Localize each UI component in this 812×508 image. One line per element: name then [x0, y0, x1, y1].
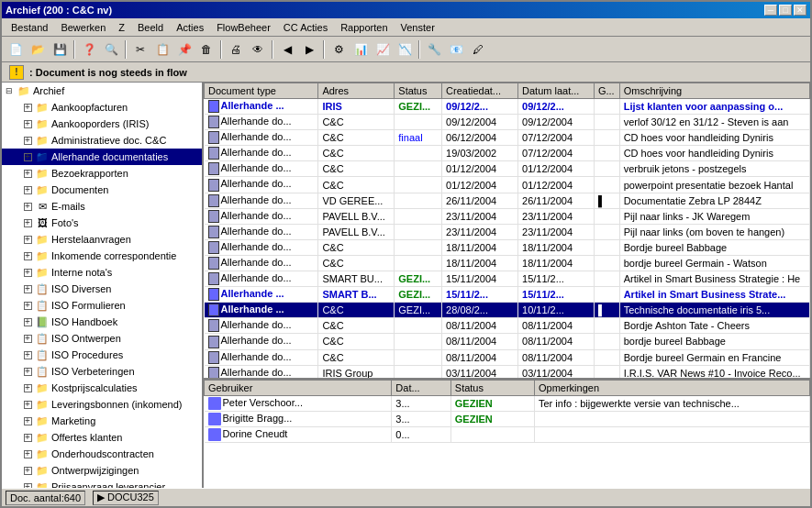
- tree-expand[interactable]: +: [20, 166, 35, 181]
- tree-item[interactable]: +✉E-mails: [2, 198, 202, 215]
- tree-item[interactable]: +📁Interne nota's: [2, 264, 202, 281]
- toolbar-btn-extra5[interactable]: 🔧: [424, 39, 444, 60]
- table-row[interactable]: Allerhande do...C&C08/11/200408/11/2004B…: [205, 349, 810, 365]
- tree-expand[interactable]: +: [20, 331, 35, 346]
- bottom-table-row[interactable]: Brigitte Bragg...3...GEZIEN: [205, 412, 810, 427]
- tree-item[interactable]: +📁Kostprijscalculaties: [2, 380, 202, 396]
- bottom-table-row[interactable]: Dorine Cneudt0...: [205, 427, 810, 443]
- menu-item-rapporten[interactable]: Rapporten: [335, 21, 393, 34]
- tree-expand[interactable]: +: [20, 315, 35, 329]
- menu-item-flowbeheer[interactable]: FlowBeheer: [211, 21, 276, 34]
- tree-item[interactable]: +📁Inkomende correspondentie: [2, 248, 202, 264]
- table-row[interactable]: Allerhande ...IRISGEZI...09/12/2...09/12…: [205, 99, 810, 115]
- tree-item[interactable]: +📁Bezoekrapporten: [2, 165, 202, 182]
- menu-item-cc acties[interactable]: CC Acties: [278, 21, 333, 34]
- table-row[interactable]: Allerhande do...C&C01/12/200401/12/2004v…: [205, 161, 810, 177]
- table-row[interactable]: Allerhande do...C&C18/11/200418/11/2004b…: [205, 255, 810, 271]
- tree-item[interactable]: +📁Marketing: [2, 413, 202, 429]
- tree-item[interactable]: +📋ISO Verbeteringen: [2, 363, 202, 380]
- table-row[interactable]: Allerhande do...SMART BU...GEZI...15/11/…: [205, 271, 810, 287]
- toolbar-btn-copy[interactable]: 📋: [152, 39, 172, 60]
- tree-expand[interactable]: +: [20, 480, 35, 488]
- menu-item-venster[interactable]: Venster: [395, 21, 440, 34]
- toolbar-btn-help[interactable]: ❓: [79, 39, 99, 60]
- toolbar-btn-preview[interactable]: 👁: [248, 39, 268, 60]
- table-row[interactable]: Allerhande ...C&CGEZI...28/08/2...10/11/…: [205, 303, 810, 318]
- table-row[interactable]: Allerhande do...PAVELL B.V...23/11/20042…: [205, 224, 810, 239]
- bottom-col-opmerking[interactable]: Opmerkingen: [535, 381, 810, 396]
- minimize-button[interactable]: ─: [764, 5, 777, 16]
- table-row[interactable]: Allerhande do...C&C01/12/200401/12/2004p…: [205, 177, 810, 193]
- table-row[interactable]: Allerhande do...IRIS Group03/11/200403/1…: [205, 365, 810, 378]
- toolbar-btn-cut[interactable]: ✂: [130, 39, 150, 60]
- menu-item-z[interactable]: Z: [113, 21, 130, 34]
- toolbar-btn-save[interactable]: 💾: [50, 39, 70, 60]
- tree-item[interactable]: +📁Prijsaanvraag leverancier: [2, 479, 202, 488]
- col-header-datum[interactable]: Datum laat...: [518, 83, 595, 99]
- table-row[interactable]: Allerhande do...C&C09/12/200409/12/2004v…: [205, 115, 810, 130]
- tree-root[interactable]: ⊟ 📁 Archief: [2, 83, 202, 99]
- bottom-col-user[interactable]: Gebruiker: [205, 381, 392, 396]
- col-header-omsch[interactable]: Omschrijving: [619, 83, 809, 99]
- tree-item[interactable]: +🖼Foto's: [2, 215, 202, 231]
- tree-expand[interactable]: +: [20, 133, 35, 148]
- tree-expand[interactable]: +: [20, 447, 35, 461]
- tree-item[interactable]: +📋ISO Procedures: [2, 347, 202, 363]
- tree-item[interactable]: +📋ISO Diversen: [2, 281, 202, 297]
- tree-item[interactable]: +📁Ontwerpwijzigingen: [2, 462, 202, 479]
- table-row[interactable]: Allerhande ...SMART B...GEZI...15/11/2..…: [205, 287, 810, 303]
- menu-item-bestand[interactable]: Bestand: [6, 21, 53, 34]
- close-button[interactable]: ✕: [794, 5, 806, 16]
- bottom-table-container[interactable]: Gebruiker Dat... Status Opmerkingen Pete…: [204, 380, 810, 488]
- col-header-creat[interactable]: Creatiedat...: [442, 83, 518, 99]
- tree-item[interactable]: +📁Administratieve doc. C&C: [2, 132, 202, 149]
- table-row[interactable]: Allerhande do...C&C08/11/200408/11/2004b…: [205, 334, 810, 349]
- tree-expand[interactable]: +: [20, 364, 35, 379]
- main-table-container[interactable]: Document type Adres Status Creatiedat...…: [204, 83, 810, 378]
- toolbar-btn-new[interactable]: 📄: [6, 39, 26, 60]
- tree-expand[interactable]: +: [20, 215, 35, 230]
- toolbar-btn-paste[interactable]: 📌: [174, 39, 195, 60]
- tree-expand[interactable]: +: [20, 348, 35, 362]
- toolbar-btn-extra4[interactable]: 📉: [395, 39, 415, 60]
- col-header-g[interactable]: G...: [594, 83, 619, 99]
- tree-item[interactable]: +📗ISO Handboek: [2, 314, 202, 330]
- col-header-adres[interactable]: Adres: [318, 83, 395, 99]
- tree-item[interactable]: +📁Herstelaanvragen: [2, 231, 202, 248]
- tree-expand[interactable]: +: [20, 430, 35, 445]
- toolbar-btn-forward[interactable]: ▶: [299, 39, 319, 60]
- bottom-col-dat[interactable]: Dat...: [392, 381, 450, 396]
- tree-expand[interactable]: +: [20, 182, 35, 197]
- toolbar-btn-extra1[interactable]: ⚙: [328, 39, 349, 60]
- col-header-type[interactable]: Document type: [205, 83, 318, 99]
- toolbar-btn-open[interactable]: 📂: [28, 39, 48, 60]
- tree-expand[interactable]: +: [20, 381, 35, 395]
- toolbar-btn-back[interactable]: ◀: [277, 39, 297, 60]
- tree-expand[interactable]: +: [20, 298, 35, 313]
- table-row[interactable]: Allerhande do...C&C08/11/200408/11/2004B…: [205, 318, 810, 334]
- tree-expand[interactable]: +: [20, 463, 35, 478]
- tree-item[interactable]: +📁Onderhoudscontracten: [2, 446, 202, 462]
- tree-expand[interactable]: +: [20, 282, 35, 296]
- tree-item[interactable]: +📁Documenten: [2, 182, 202, 198]
- menu-item-acties[interactable]: Acties: [171, 21, 209, 34]
- tree-item[interactable]: +📋ISO Formulieren: [2, 297, 202, 314]
- table-row[interactable]: Allerhande do...C&Cfinaal06/12/200407/12…: [205, 130, 810, 146]
- table-row[interactable]: Allerhande do...C&C19/03/200207/12/2004C…: [205, 146, 810, 161]
- toolbar-btn-extra2[interactable]: 📊: [350, 39, 371, 60]
- tree-expand[interactable]: +: [20, 232, 35, 247]
- table-row[interactable]: Allerhande do...PAVELL B.V...23/11/20042…: [205, 208, 810, 224]
- menu-item-beeld[interactable]: Beeld: [132, 21, 169, 34]
- tree-item[interactable]: +📁Offertes klanten: [2, 429, 202, 446]
- menu-item-bewerken[interactable]: Bewerken: [55, 21, 111, 34]
- tree-expand[interactable]: +: [20, 397, 35, 412]
- tree-expand[interactable]: +: [20, 116, 35, 131]
- toolbar-btn-extra7[interactable]: 🖊: [468, 39, 488, 60]
- table-row[interactable]: Allerhande do...C&C18/11/200418/11/2004B…: [205, 239, 810, 255]
- toolbar-btn-extra3[interactable]: 📈: [373, 39, 393, 60]
- toolbar-btn-delete[interactable]: 🗑: [196, 39, 217, 60]
- tree-item[interactable]: +📁Aankooporders (IRIS): [2, 116, 202, 132]
- tree-expand[interactable]: +: [20, 149, 35, 164]
- tree-item[interactable]: +📋ISO Ontwerpen: [2, 330, 202, 347]
- toolbar-btn-print[interactable]: 🖨: [226, 39, 246, 60]
